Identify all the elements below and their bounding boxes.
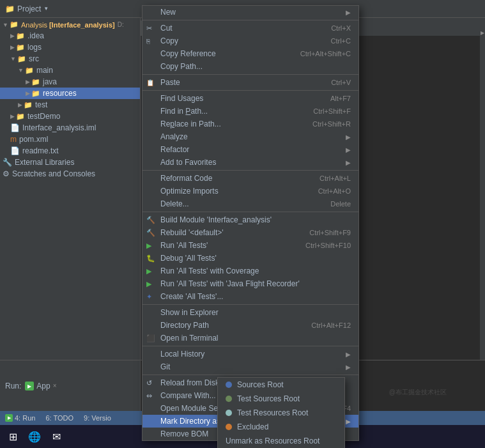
tree-item-main[interactable]: ▼ 📁 main — [0, 65, 140, 76]
status-todo[interactable]: 6: TODO — [45, 414, 73, 422]
tree-item-testdemo[interactable]: ▶ 📁 testDemo — [0, 111, 140, 122]
menu-item-find-usages[interactable]: Find Usages Alt+F7 — [142, 92, 358, 105]
taskbar-windows[interactable]: ⊞ — [3, 426, 23, 447]
menu-label: Analyze — [160, 132, 188, 141]
menu-item-optimize-imports[interactable]: Optimize Imports Ctrl+Alt+O — [142, 185, 358, 197]
folder-icon: 📁 — [31, 89, 40, 98]
menu-item-debug-tests[interactable]: 🐛 Debug 'All Tests' — [142, 252, 358, 265]
tree-extra: D: — [118, 21, 124, 28]
submenu-test-sources-root[interactable]: Test Sources Root — [218, 392, 344, 406]
menu-item-find-in-path[interactable]: Find in Path... Ctrl+Shift+F — [142, 105, 358, 118]
tree-label: .idea — [27, 31, 44, 40]
external-icon: 🔧 — [3, 158, 12, 167]
tree-item-readme[interactable]: 📄 readme.txt — [0, 145, 140, 157]
menu-item-copy-reference[interactable]: Copy Reference Ctrl+Alt+Shift+C — [142, 47, 358, 60]
menu-divider-7 — [142, 346, 358, 346]
submenu-label: Excluded — [237, 422, 268, 431]
menu-item-run-jfr[interactable]: ▶ Run 'All Tests' with 'Java Flight Reco… — [142, 277, 358, 290]
submenu-sources-root[interactable]: Sources Root — [218, 378, 344, 392]
taskbar-mail[interactable]: ✉ — [46, 426, 66, 447]
submenu-arrow-icon: ▶ — [346, 146, 351, 153]
submenu-label: Test Sources Root — [237, 394, 300, 403]
run-icon: ▶ — [5, 414, 13, 422]
menu-label: Cut — [160, 24, 173, 33]
menu-label: Compare With... — [160, 391, 216, 400]
menu-item-new[interactable]: New ▶ — [142, 6, 358, 19]
tree-item-resources[interactable]: ➜ ▶ 📁 resources — [0, 88, 140, 99]
tree-item-external[interactable]: 🔧 External Libraries — [0, 157, 140, 168]
scroll-right-icon[interactable]: ▶ — [481, 30, 484, 36]
submenu-test-resources-root[interactable]: Test Resources Root — [218, 406, 344, 420]
tree-item-scratches[interactable]: ⚙ Scratches and Consoles — [0, 168, 140, 180]
menu-label: Debug 'All Tests' — [160, 254, 217, 263]
run-tab-app[interactable]: ▶ App × — [25, 381, 56, 391]
menu-divider-2 — [142, 74, 358, 75]
tree-item-analysis[interactable]: ▼ 📁 Analysis [Interface_analysis] D: — [0, 19, 140, 30]
tree-item-logs[interactable]: ▶ 📁 logs — [0, 42, 140, 53]
menu-label: Copy Reference — [160, 49, 216, 58]
close-run-icon[interactable]: × — [53, 382, 57, 389]
menu-item-show-explorer[interactable]: Show in Explorer — [142, 306, 358, 319]
tree-item-test[interactable]: ▶ 📁 test — [0, 99, 140, 111]
menu-label: Optimize Imports — [160, 187, 219, 196]
submenu-label: Sources Root — [237, 380, 284, 389]
menu-item-git[interactable]: Git ▶ — [142, 360, 358, 373]
run-icon: ▶ — [146, 242, 151, 250]
menu-item-directory-path[interactable]: Directory Path Ctrl+Alt+F12 — [142, 319, 358, 332]
menu-label: Show in Explorer — [160, 308, 219, 317]
menu-item-replace-in-path[interactable]: Replace in Path... Ctrl+Shift+R — [142, 118, 358, 130]
menu-item-build-module[interactable]: 🔨 Build Module 'Interface_analysis' — [142, 213, 358, 226]
status-version[interactable]: 9: Versio — [84, 414, 111, 422]
terminal-icon: ⬛ — [146, 334, 155, 343]
menu-item-reformat[interactable]: Reformat Code Ctrl+Alt+L — [142, 172, 358, 185]
tree-item-java[interactable]: ▶ 📁 java — [0, 76, 140, 88]
tree-item-idea[interactable]: ▶ 📁 .idea — [0, 30, 140, 42]
rebuild-icon: 🔨 — [146, 229, 155, 237]
file-icon: m — [10, 135, 17, 144]
taskbar-browser[interactable]: 🌐 — [24, 426, 45, 447]
menu-item-delete[interactable]: Delete... Delete — [142, 197, 358, 210]
menu-item-run-coverage[interactable]: ▶ Run 'All Tests' with Coverage — [142, 265, 358, 277]
menu-label: Open in Terminal — [160, 334, 219, 343]
menu-item-copy-path[interactable]: Copy Path... — [142, 60, 358, 73]
test-sources-dot — [226, 396, 232, 402]
menu-item-refactor[interactable]: Refactor ▶ — [142, 143, 358, 156]
sources-root-dot — [226, 382, 232, 388]
run-panel: Run: ▶ App × — [0, 360, 141, 411]
build-icon: 🔨 — [146, 216, 155, 224]
menu-item-copy[interactable]: ⎘ Copy Ctrl+C — [142, 35, 358, 47]
menu-item-analyze[interactable]: Analyze ▶ — [142, 130, 358, 143]
menu-item-add-favorites[interactable]: Add to Favorites ▶ — [142, 156, 358, 169]
menu-item-paste[interactable]: 📋 Paste Ctrl+V — [142, 76, 358, 89]
menu-item-create-tests[interactable]: ✦ Create 'All Tests'... — [142, 290, 358, 303]
tree-item-iml[interactable]: 📄 Interface_analysis.iml — [0, 122, 140, 134]
tree-label: Interface_analysis.iml — [22, 123, 96, 132]
editor-scrollbar[interactable] — [480, 36, 485, 360]
tree-label: readme.txt — [22, 146, 59, 155]
expand-arrow-icon: ▼ — [18, 67, 24, 73]
expand-arrow-icon: ▶ — [10, 113, 15, 120]
tree-item-src[interactable]: ▼ 📁 src — [0, 53, 140, 65]
tree-label: Scratches and Consoles — [12, 169, 95, 178]
project-icon: 📁 — [5, 4, 15, 13]
project-dropdown[interactable]: 📁 Project ▼ — [5, 4, 49, 13]
folder-icon: 📁 — [17, 55, 26, 63]
menu-label: Build Module 'Interface_analysis' — [160, 215, 272, 224]
menu-item-cut[interactable]: ✂ Cut Ctrl+X — [142, 22, 358, 35]
tree-label: pom.xml — [19, 135, 48, 144]
menu-label: Copy Path... — [160, 62, 203, 71]
menu-item-local-history[interactable]: Local History ▶ — [142, 348, 358, 360]
tree-label: Analysis [Interface_analysis] — [21, 21, 115, 29]
submenu-unmark-resources[interactable]: Unmark as Resources Root — [218, 434, 344, 448]
tree-item-pom[interactable]: m pom.xml — [0, 134, 140, 145]
folder-icon: 📁 — [31, 78, 40, 86]
menu-label: Run 'All Tests' with Coverage — [160, 266, 259, 275]
menu-item-run-tests[interactable]: ▶ Run 'All Tests' Ctrl+Shift+F10 — [142, 239, 358, 252]
expand-arrow-icon: ▶ — [10, 33, 15, 39]
menu-item-open-terminal[interactable]: ⬛ Open in Terminal — [142, 332, 358, 344]
status-run[interactable]: ▶ 4: Run — [5, 414, 35, 422]
menu-divider-6 — [142, 304, 358, 305]
menu-item-rebuild[interactable]: 🔨 Rebuild '<default>' Ctrl+Shift+F9 — [142, 226, 358, 239]
menu-shortcut: Ctrl+C — [318, 37, 351, 45]
submenu-excluded[interactable]: Excluded — [218, 420, 344, 434]
